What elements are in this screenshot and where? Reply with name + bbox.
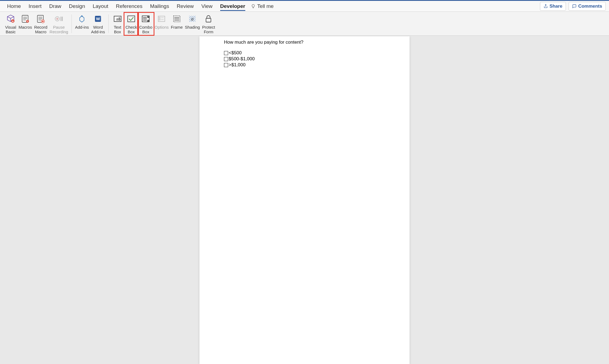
word-addins-label: Word Add-ins <box>91 25 105 34</box>
frame-label: Frame <box>171 25 183 29</box>
shading-label: Shading <box>185 25 200 29</box>
document-option[interactable]: <$500 <box>224 50 385 56</box>
svg-rect-23 <box>159 17 160 18</box>
right-actions: Share Comments <box>540 2 606 11</box>
svg-rect-25 <box>159 19 160 20</box>
macros-label: Macros <box>19 25 32 29</box>
shading-button[interactable]: a Shading <box>184 13 201 30</box>
comments-label: Comments <box>578 4 602 9</box>
pause-recording-button: Pause Recording <box>49 13 69 35</box>
visual-basic-icon <box>6 14 16 24</box>
document-question[interactable]: How much are you paying for content? <box>224 40 385 45</box>
document-option[interactable]: >$1,000 <box>224 62 385 68</box>
option-text[interactable]: $500-$1,000 <box>229 56 255 62</box>
checkbox-control[interactable] <box>224 57 228 61</box>
toolbar-group-addins: Add-ins W Word Add-ins <box>73 13 107 35</box>
word-addins-icon: W <box>93 14 103 24</box>
options-icon <box>157 14 166 24</box>
checkbox-control[interactable] <box>224 63 228 67</box>
addins-button[interactable]: Add-ins <box>74 13 90 30</box>
addins-label: Add-ins <box>75 25 89 29</box>
pause-recording-label: Pause Recording <box>50 25 68 34</box>
share-label: Share <box>550 4 562 9</box>
macros-button[interactable]: Macros <box>17 13 33 30</box>
svg-rect-9 <box>62 17 63 21</box>
share-icon <box>544 4 548 8</box>
option-text[interactable]: <$500 <box>229 50 242 56</box>
protect-form-label: Protect Form <box>202 25 215 34</box>
svg-rect-8 <box>61 17 61 21</box>
protect-form-button[interactable]: Protect Form <box>201 13 216 35</box>
word-addins-button[interactable]: W Word Add-ins <box>90 13 106 35</box>
toolbar-separator <box>71 14 72 33</box>
ribbon-toolbar: Visual Basic Macros <box>0 12 609 36</box>
check-box-button[interactable]: Check Box <box>124 12 139 36</box>
text-box-label: Text Box <box>114 25 121 34</box>
check-box-label: Check Box <box>126 25 137 34</box>
shading-icon: a <box>187 14 197 24</box>
comments-icon <box>572 4 577 8</box>
text-box-button[interactable]: ab Text Box <box>111 13 124 35</box>
tab-layout[interactable]: Layout <box>89 1 112 12</box>
tab-view[interactable]: View <box>198 1 216 12</box>
tell-me-label: Tell me <box>257 3 274 9</box>
app-container: Home Insert Draw Design Layout Reference… <box>0 0 609 364</box>
toolbar-group-code: Visual Basic Macros <box>3 13 70 35</box>
options-label: Options <box>155 25 169 29</box>
frame-button[interactable]: Frame <box>170 13 184 30</box>
toolbar-separator <box>108 14 109 33</box>
tab-review[interactable]: Review <box>173 1 198 12</box>
toolbar-group-controls: ab Text Box Check Box <box>110 13 217 35</box>
options-button: Options <box>154 13 170 30</box>
ribbon-tabs: Home Insert Draw Design Layout Reference… <box>0 1 609 12</box>
document-option[interactable]: $500-$1,000 <box>224 56 385 62</box>
record-macro-button[interactable]: Record Macro <box>33 13 48 35</box>
tab-draw[interactable]: Draw <box>45 1 65 12</box>
visual-basic-label: Visual Basic <box>5 25 16 34</box>
combo-box-label: Combo Box <box>139 25 152 34</box>
frame-icon <box>172 14 182 24</box>
record-macro-icon <box>36 14 46 24</box>
lightbulb-icon <box>251 4 256 9</box>
document-page[interactable]: How much are you paying for content? <$5… <box>199 36 410 364</box>
checkbox-control[interactable] <box>224 51 228 55</box>
protect-form-icon <box>204 14 213 24</box>
tab-design[interactable]: Design <box>65 1 89 12</box>
tab-insert[interactable]: Insert <box>25 1 46 12</box>
svg-text:W: W <box>96 16 100 21</box>
svg-point-5 <box>42 20 44 22</box>
tell-me[interactable]: Tell me <box>251 3 274 9</box>
check-box-icon <box>126 14 136 24</box>
comments-button[interactable]: Comments <box>569 2 606 11</box>
macros-icon <box>20 14 30 24</box>
tab-mailings[interactable]: Mailings <box>146 1 173 12</box>
combo-box-icon <box>141 14 151 24</box>
svg-rect-34 <box>206 18 211 22</box>
option-text[interactable]: >$1,000 <box>229 62 246 68</box>
pause-recording-icon <box>54 14 64 24</box>
content-area: How much are you paying for content? <$5… <box>0 36 609 364</box>
svg-point-7 <box>56 18 58 20</box>
svg-rect-22 <box>158 16 165 22</box>
tab-home[interactable]: Home <box>3 1 25 12</box>
share-button[interactable]: Share <box>540 2 566 11</box>
text-box-icon: ab <box>113 14 123 24</box>
addins-icon <box>77 14 87 24</box>
combo-box-button[interactable]: Combo Box <box>137 12 154 36</box>
tab-developer[interactable]: Developer <box>216 1 249 12</box>
visual-basic-button[interactable]: Visual Basic <box>4 13 17 35</box>
tab-references[interactable]: References <box>112 1 146 12</box>
svg-rect-15 <box>128 16 135 22</box>
svg-text:a: a <box>191 16 194 22</box>
record-macro-label: Record Macro <box>34 25 47 34</box>
